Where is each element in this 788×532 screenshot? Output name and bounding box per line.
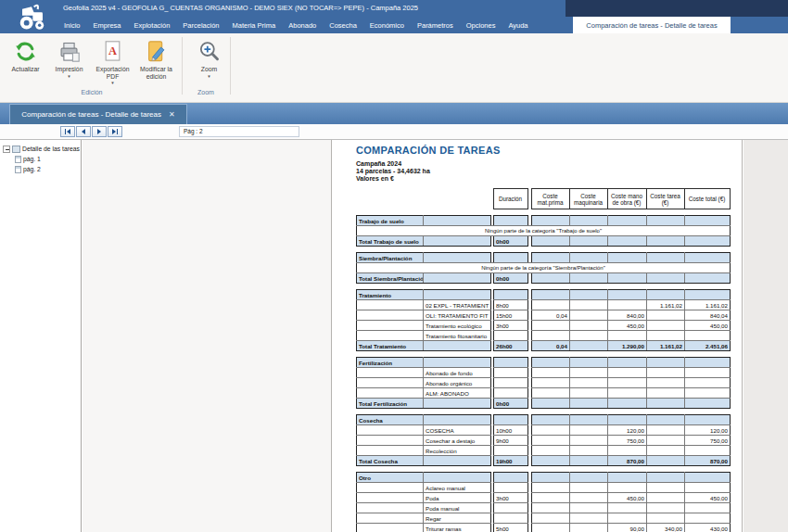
close-icon[interactable]: ✕: [169, 110, 175, 119]
toolbar-group-label-edicion: Edición: [4, 89, 180, 95]
tree-item-label: pág. 1: [23, 156, 41, 162]
section-name-cell: Cosecha: [357, 415, 424, 425]
report-row: COSECHA10h00120,00120,00: [357, 425, 731, 436]
tree-root-label: Detalle de las tareas: [22, 146, 80, 152]
menu-item-ayuda[interactable]: Ayuda: [502, 21, 534, 30]
toolbar-button-pdf[interactable]: AExportación PDF▼: [91, 37, 134, 86]
value-cell: [647, 425, 685, 436]
dropdown-arrow-icon: ▼: [110, 81, 114, 86]
task-name-cell: Poda: [424, 493, 491, 503]
report-cell: [647, 253, 685, 263]
value-cell: [685, 331, 731, 341]
value-cell: [532, 321, 570, 331]
value-cell: 90,00: [608, 524, 647, 532]
tree-children: pág. 1pág. 2: [0, 154, 81, 174]
value-cell: 0,04: [532, 310, 570, 321]
duration-cell: 3h00: [494, 493, 528, 503]
duration-cell: 9h00: [494, 436, 528, 446]
previous-page-button[interactable]: [76, 126, 91, 137]
section-total-row: Total Trabajo de suelo0h00: [357, 236, 731, 247]
duration-cell: 10h00: [494, 425, 528, 436]
section-name-cell: Trabajo de suelo: [357, 216, 424, 226]
menu-item-materia-prima[interactable]: Materia Prima: [226, 21, 283, 30]
report-row: ALM: ABONADO: [357, 388, 731, 399]
tree-root-item[interactable]: Detalle de las tareas: [0, 144, 81, 154]
section-name-cell: Tratamiento: [357, 290, 424, 300]
value-cell: [647, 503, 685, 513]
report-row: Poda3h00450,00450,00: [357, 493, 731, 503]
section-note-cell: Ningún parte de la categoría "Siembra/Pl…: [357, 263, 731, 273]
value-cell: [532, 493, 570, 503]
toolbar-button-zoom-in[interactable]: Zoom▼: [187, 37, 231, 80]
value-cell: [532, 368, 570, 378]
menu-item-abonado[interactable]: Abonado: [282, 21, 323, 30]
toolbar-button-edit-document[interactable]: Modificar la edición: [134, 37, 178, 80]
menu-active-tab[interactable]: Comparación de tareas - Detalle de tarea…: [573, 17, 731, 33]
report-cell: [532, 473, 570, 483]
total-value-cell: [570, 273, 608, 284]
value-cell: [608, 378, 647, 388]
task-name-cell: Abonado orgánico: [424, 378, 491, 388]
report-row: Cosechar a destajo9h00750,00750,00: [357, 436, 731, 446]
value-cell: 840,00: [608, 310, 647, 321]
report-section: Siembra/PlantaciónNingún parte de la cat…: [356, 252, 731, 284]
section-header-row: Cosecha: [357, 415, 731, 425]
duration-cell: [494, 446, 528, 456]
tree-item-pg1[interactable]: pág. 1: [0, 154, 81, 164]
value-cell: [647, 483, 685, 493]
value-cell: [570, 388, 608, 399]
value-cell: [608, 483, 647, 493]
next-page-button[interactable]: [92, 126, 107, 137]
section-total-row: Total Siembra/Plantació0h00: [357, 273, 731, 284]
first-page-button[interactable]: [60, 126, 75, 137]
task-name-cell: Triturar ramas: [424, 524, 491, 532]
report-cell: [357, 368, 424, 378]
value-cell: [532, 503, 570, 513]
page-number-field[interactable]: Pág : 2: [179, 126, 299, 137]
value-cell: [608, 503, 647, 513]
menu-item-económico[interactable]: Económico: [363, 21, 411, 30]
document-tab-label: Comparación de tareas - Detalle de tarea…: [21, 110, 161, 119]
menu-item-explotación[interactable]: Explotación: [128, 21, 177, 30]
document-tab[interactable]: Comparación de tareas - Detalle de tarea…: [9, 104, 187, 124]
report-cell: [532, 358, 570, 368]
collapse-expander-icon[interactable]: [3, 146, 10, 153]
preview-background-right: [744, 140, 788, 532]
duration-cell: [494, 368, 528, 378]
report-cell: [608, 415, 647, 425]
total-label-cell: Total Trabajo de suelo: [357, 236, 424, 247]
toolbar-button-label: Modificar la edición: [134, 66, 178, 80]
value-cell: [570, 378, 608, 388]
value-cell: [570, 524, 608, 532]
report-cell: [424, 358, 491, 368]
total-value-cell: [685, 236, 731, 247]
value-cell: [647, 513, 685, 524]
value-cell: [570, 446, 608, 456]
menu-item-opciones[interactable]: Opciones: [460, 21, 502, 30]
last-page-button[interactable]: [108, 126, 122, 137]
toolbar-separator: [230, 37, 231, 95]
report-cell: [570, 290, 608, 300]
window-title: Geofolia 2025 v4 - GEOFOLIA G_ CUENTAS O…: [63, 4, 418, 12]
menu-item-empresa[interactable]: Empresa: [87, 21, 128, 30]
menu-item-inicio[interactable]: Inicio: [57, 21, 87, 30]
toolbar-buttons: ActualizarImpresión▼AExportación PDF▼Mod…: [4, 37, 231, 86]
menu-item-parcelación[interactable]: Parcelación: [176, 21, 225, 30]
section-note-cell: Ningún parte de la categoría "Trabajo de…: [357, 226, 731, 236]
task-name-cell: COSECHA: [424, 425, 491, 436]
section-total-row: Total Tratamiento26h000,041.290,001.161,…: [357, 341, 731, 351]
toolbar-button-printer[interactable]: Impresión▼: [47, 37, 91, 80]
report-row: OLI: TRATAMIENTO FIT15h000,04840,00840,0…: [357, 310, 731, 321]
menu-item-cosecha[interactable]: Cosecha: [323, 21, 363, 30]
report-cell: [494, 290, 528, 300]
value-cell: [570, 493, 608, 503]
duration-cell: 3h00: [494, 321, 528, 331]
report-cell: [424, 341, 491, 351]
total-value-cell: [647, 399, 685, 409]
toolbar-button-refresh[interactable]: Actualizar: [4, 37, 47, 73]
menu-item-parámetros[interactable]: Parámetros: [411, 21, 460, 30]
column-header-1: Coste mat.prima: [531, 189, 569, 209]
tree-item-pg2[interactable]: pág. 2: [0, 164, 81, 174]
report-cell: [647, 216, 685, 226]
value-cell: [685, 446, 731, 456]
